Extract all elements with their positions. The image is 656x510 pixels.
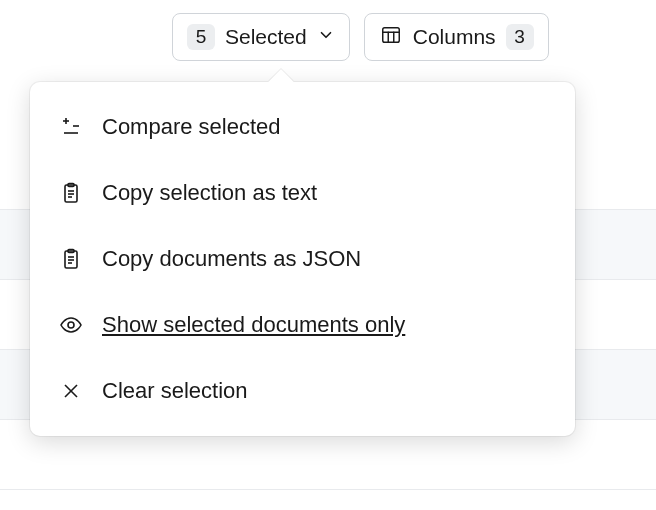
columns-label: Columns: [413, 25, 496, 49]
selected-label: Selected: [225, 25, 307, 49]
close-icon: [58, 378, 84, 404]
selection-dropdown: Compare selected Copy selection as text …: [30, 82, 575, 436]
toolbar: 5 Selected Columns 3: [172, 13, 549, 61]
columns-count-badge: 3: [506, 24, 534, 50]
clipboard-icon: [58, 246, 84, 272]
copy-json-item[interactable]: Copy documents as JSON: [30, 226, 575, 292]
clipboard-icon: [58, 180, 84, 206]
menu-item-label: Copy selection as text: [102, 180, 317, 206]
compare-selected-item[interactable]: Compare selected: [30, 94, 575, 160]
compare-icon: [58, 114, 84, 140]
show-selected-only-item[interactable]: Show selected documents only: [30, 292, 575, 358]
clear-selection-item[interactable]: Clear selection: [30, 358, 575, 424]
menu-item-label: Copy documents as JSON: [102, 246, 361, 272]
copy-text-item[interactable]: Copy selection as text: [30, 160, 575, 226]
svg-rect-0: [382, 27, 399, 42]
chevron-down-icon: [317, 25, 335, 49]
menu-item-label: Clear selection: [102, 378, 248, 404]
svg-point-18: [68, 322, 74, 328]
menu-item-label: Compare selected: [102, 114, 281, 140]
columns-button[interactable]: Columns 3: [364, 13, 549, 61]
selected-button[interactable]: 5 Selected: [172, 13, 350, 61]
eye-icon: [58, 312, 84, 338]
menu-item-label: Show selected documents only: [102, 312, 405, 338]
selected-count-badge: 5: [187, 24, 215, 50]
columns-icon: [379, 24, 403, 51]
